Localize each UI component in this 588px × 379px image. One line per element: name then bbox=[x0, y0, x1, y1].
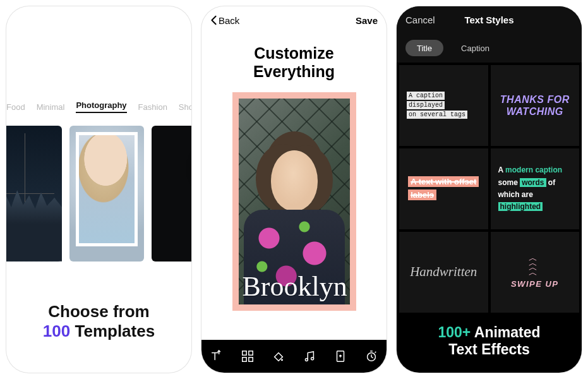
preview-text: on several tags bbox=[407, 111, 467, 119]
back-button[interactable]: Back bbox=[210, 15, 239, 26]
category-tab-photography[interactable]: Photography bbox=[76, 100, 126, 113]
editor-toolbar bbox=[201, 340, 387, 373]
headline-text: Everything bbox=[253, 63, 335, 80]
style-tile-offset[interactable]: A text with offset labels bbox=[399, 148, 488, 229]
editor-canvas[interactable]: Brooklyn bbox=[232, 92, 356, 311]
preview-text: A bbox=[498, 165, 506, 174]
headline-number: 100 bbox=[43, 322, 70, 340]
preview-text: words bbox=[520, 178, 546, 187]
cancel-button[interactable]: Cancel bbox=[405, 15, 435, 25]
style-preview: ︿︿︿︿ SWIPE UP bbox=[511, 256, 559, 289]
headline-text: Animated bbox=[471, 324, 540, 340]
editor-nav: Back Save bbox=[201, 6, 387, 34]
svg-point-4 bbox=[305, 358, 308, 361]
music-icon bbox=[303, 349, 316, 363]
chevron-up-icon: ︿︿︿︿ bbox=[529, 256, 541, 275]
text-tool[interactable] bbox=[206, 346, 227, 367]
preview-text: THANKS FOR bbox=[500, 94, 570, 105]
style-preview: Handwritten bbox=[410, 264, 477, 280]
preview-text: highlighted bbox=[498, 202, 543, 211]
chevron-left-icon bbox=[210, 15, 217, 25]
headline: Choose from 100 Templates bbox=[6, 302, 191, 373]
style-tabs: Title Caption bbox=[397, 33, 582, 63]
headline: 100+ Animated Text Effects bbox=[397, 315, 582, 373]
style-preview: THANKS FOR WATCHING bbox=[500, 93, 570, 117]
style-preview: A text with offset labels bbox=[408, 176, 479, 202]
svg-rect-1 bbox=[249, 351, 253, 355]
style-preview: A caption displayed on several tags bbox=[407, 91, 481, 119]
screen-templates: Food Minimal Photography Fashion Shop Ch… bbox=[6, 6, 191, 373]
person-illustration bbox=[244, 147, 345, 304]
category-tab-minimal[interactable]: Minimal bbox=[37, 102, 65, 112]
aspect-tool[interactable] bbox=[330, 346, 351, 367]
template-card[interactable] bbox=[152, 126, 191, 262]
fill-tool[interactable] bbox=[268, 346, 289, 367]
template-carousel[interactable] bbox=[6, 121, 191, 266]
fill-icon bbox=[272, 349, 285, 363]
style-tile-highlight[interactable]: A modern caption some words of which are… bbox=[491, 148, 580, 229]
headline-number: 100+ bbox=[438, 324, 471, 340]
back-label: Back bbox=[219, 15, 239, 26]
music-tool[interactable] bbox=[299, 346, 320, 367]
style-tile-swipe-up[interactable]: ︿︿︿︿ SWIPE UP bbox=[491, 232, 580, 313]
page-title: Text Styles bbox=[464, 15, 513, 25]
svg-rect-0 bbox=[243, 351, 246, 355]
layout-tool[interactable] bbox=[237, 346, 258, 367]
category-tab-shop[interactable]: Shop bbox=[179, 102, 191, 112]
style-tile-handwritten[interactable]: Handwritten bbox=[399, 232, 488, 313]
category-tabs: Food Minimal Photography Fashion Shop bbox=[6, 98, 191, 116]
text-icon bbox=[210, 349, 224, 363]
editor-headline: Customize Everything bbox=[201, 44, 387, 81]
preview-text: A text with offset bbox=[408, 176, 479, 187]
template-card[interactable] bbox=[6, 126, 62, 262]
preview-text: SWIPE UP bbox=[511, 279, 559, 289]
preview-text: modern caption bbox=[505, 165, 562, 174]
preview-text: A caption displayed bbox=[407, 92, 445, 109]
styles-nav: Cancel Text Styles bbox=[397, 6, 582, 33]
photo-preview: Brooklyn bbox=[239, 99, 350, 304]
svg-rect-2 bbox=[243, 358, 246, 361]
preview-text: WATCHING bbox=[507, 106, 563, 117]
headline-text: Customize bbox=[254, 44, 333, 62]
layout-icon bbox=[241, 349, 255, 363]
screen-editor: Back Save Customize Everything Brooklyn bbox=[201, 6, 387, 373]
style-tile-thanks[interactable]: THANKS FOR WATCHING bbox=[491, 65, 580, 146]
category-tab-food[interactable]: Food bbox=[6, 102, 25, 112]
headline-text: Templates bbox=[75, 322, 155, 340]
save-button[interactable]: Save bbox=[356, 15, 378, 26]
preview-text: labels bbox=[408, 190, 436, 200]
svg-rect-3 bbox=[249, 358, 253, 361]
timer-tool[interactable] bbox=[361, 346, 382, 367]
style-preview: A modern caption some words of which are… bbox=[498, 164, 572, 213]
tab-title[interactable]: Title bbox=[405, 40, 443, 56]
template-card[interactable] bbox=[69, 126, 144, 262]
spacer bbox=[6, 6, 191, 98]
preview-text: some bbox=[498, 178, 520, 187]
headline-text: Choose from bbox=[48, 302, 149, 321]
tab-caption[interactable]: Caption bbox=[450, 40, 501, 56]
aspect-icon bbox=[333, 349, 347, 363]
screen-text-styles: Cancel Text Styles Title Caption A capti… bbox=[397, 6, 582, 373]
category-tab-fashion[interactable]: Fashion bbox=[138, 102, 167, 112]
svg-point-5 bbox=[311, 358, 313, 360]
timer-icon bbox=[364, 349, 378, 363]
style-grid: A caption displayed on several tags THAN… bbox=[397, 63, 582, 315]
headline-text: Text Effects bbox=[448, 341, 530, 358]
style-tile-caption-tags[interactable]: A caption displayed on several tags bbox=[399, 65, 488, 146]
